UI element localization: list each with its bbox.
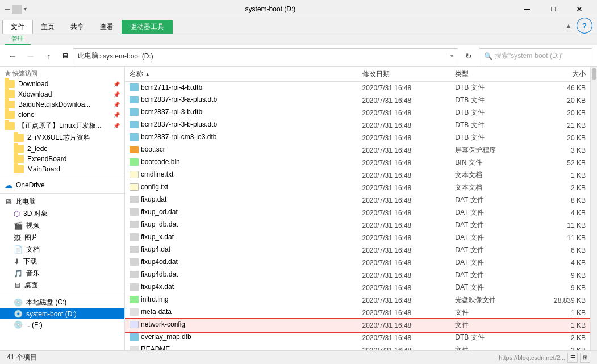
- file-row[interactable]: bcm2837-rpi-cm3-io3.dtb 2020/7/31 16:48 …: [125, 132, 590, 144]
- sidebar-item-mainboard[interactable]: MainBoard: [0, 164, 124, 174]
- help-button[interactable]: ?: [577, 18, 592, 34]
- file-name: fixup_db.dat: [141, 220, 178, 228]
- file-row[interactable]: config.txt 2020/7/31 16:48 文本文档 2 KB: [125, 182, 590, 194]
- tab-share[interactable]: 共享: [62, 20, 92, 34]
- file-row[interactable]: fixup_db.dat 2020/7/31 16:48 DAT 文件 11 K…: [125, 219, 590, 232]
- file-row[interactable]: fixup4db.dat 2020/7/31 16:48 DAT 文件 9 KB: [125, 269, 590, 282]
- onedrive-icon: ☁: [5, 181, 12, 190]
- tab-home[interactable]: 主页: [33, 20, 62, 34]
- col-size[interactable]: 大小: [535, 67, 590, 82]
- file-icon: [130, 246, 139, 253]
- sidebar-divider1: [0, 177, 124, 177]
- sidebar-item-pictures[interactable]: 🖼 图片: [0, 232, 124, 244]
- scrollbar-thumb[interactable]: [592, 68, 596, 80]
- file-icon: [130, 108, 139, 116]
- file-row[interactable]: cmdline.txt 2020/7/31 16:48 文本文档 1 KB: [125, 169, 590, 182]
- file-icon: [130, 333, 139, 341]
- sidebar-item-baidu[interactable]: BaiduNetdiskDownloa... 📌: [0, 99, 124, 110]
- minimize-button[interactable]: ─: [514, 0, 540, 18]
- sidebar-item-download[interactable]: Download 📌: [0, 79, 124, 89]
- file-icon: [130, 296, 139, 303]
- file-row[interactable]: fixup4x.dat 2020/7/31 16:48 DAT 文件 9 KB: [125, 282, 590, 294]
- file-row[interactable]: fixup_x.dat 2020/7/31 16:48 DAT 文件 11 KB: [125, 232, 590, 244]
- file-row[interactable]: bcm2837-rpi-3-a-plus.dtb 2020/7/31 16:48…: [125, 94, 590, 107]
- file-row[interactable]: bcm2837-rpi-3-b.dtb 2020/7/31 16:48 DTB …: [125, 107, 590, 119]
- file-name: bcm2837-rpi-3-b.dtb: [141, 108, 202, 116]
- sidebar-item-xdownload-label: Xdownload: [18, 90, 113, 98]
- sidebar-item-documents[interactable]: 📄 文档: [0, 244, 124, 256]
- disk-icon2: 💿: [14, 309, 23, 318]
- file-row[interactable]: bootcode.bin 2020/7/31 16:48 BIN 文件 52 K…: [125, 157, 590, 169]
- file-row[interactable]: initrd.img 2020/7/31 16:48 光盘映像文件 28,839…: [125, 294, 590, 307]
- close-button[interactable]: ✕: [566, 0, 592, 18]
- search-box[interactable]: 🔍 搜索"system-boot (D:)": [479, 48, 592, 64]
- forward-button[interactable]: →: [23, 48, 39, 64]
- breadcrumb-bar[interactable]: 此电脑 › system-boot (D:) ▾: [73, 48, 458, 64]
- tab-manage[interactable]: 管理: [5, 34, 31, 45]
- sidebar-item-video[interactable]: 🎬 视频: [0, 220, 124, 232]
- up-button[interactable]: ↑: [41, 48, 57, 64]
- file-row[interactable]: bcm2837-rpi-3-b-plus.dtb 2020/7/31 16:48…: [125, 119, 590, 132]
- file-row[interactable]: fixup_cd.dat 2020/7/31 16:48 DAT 文件 4 KB: [125, 207, 590, 219]
- file-row[interactable]: fixup4cd.dat 2020/7/31 16:48 DAT 文件 4 KB: [125, 257, 590, 269]
- tab-drive-tools[interactable]: 驱动器工具: [122, 20, 173, 34]
- sidebar-item-ledc[interactable]: 2_ledc: [0, 144, 124, 154]
- sidebar-item-extendboard-label: ExtendBoard: [27, 155, 66, 163]
- file-name: fixup4.dat: [141, 245, 170, 253]
- sidebar-item-clone[interactable]: clone 📌: [0, 110, 124, 120]
- col-date[interactable]: 修改日期: [358, 67, 451, 82]
- sidebar-item-pictures-label: 图片: [24, 233, 38, 242]
- sidebar-item-music[interactable]: 🎵 音乐: [0, 267, 124, 279]
- folder-icon: [5, 111, 15, 119]
- col-name[interactable]: 名称 ▲: [125, 67, 358, 82]
- sidebar-item-diske[interactable]: 💿 ...(F:): [0, 319, 124, 330]
- file-name: meta-data: [141, 308, 172, 316]
- file-row[interactable]: README 2020/7/31 16:48 文件 2 KB: [125, 344, 590, 351]
- picture-icon: 🖼: [14, 233, 21, 242]
- status-bar: 41 个项目 https://blog.csdn.net/2... ☰ ⊞: [0, 350, 597, 364]
- file-row[interactable]: bcm2711-rpi-4-b.dtb 2020/7/31 16:48 DTB …: [125, 82, 590, 94]
- sidebar-item-zhengdian[interactable]: 【正点原子】Linux开发板... 📌: [0, 120, 124, 132]
- sidebar-item-video-label: 视频: [26, 221, 40, 231]
- sidebar-item-extendboard[interactable]: ExtendBoard: [0, 154, 124, 164]
- folder-icon: [5, 101, 15, 108]
- col-type[interactable]: 类型: [450, 67, 534, 82]
- sidebar-item-thispc[interactable]: 🖥 此电脑: [0, 196, 124, 208]
- file-icon: [130, 133, 139, 141]
- sidebar-item-xdownload[interactable]: Xdownload 📌: [0, 89, 124, 99]
- folder-icon: [5, 80, 15, 88]
- file-row[interactable]: overlay_map.dtb 2020/7/31 16:48 DTB 文件 2…: [125, 332, 590, 344]
- sidebar-item-3d[interactable]: ⬡ 3D 对象: [0, 208, 124, 220]
- sidebar-item-onedrive[interactable]: ☁ OneDrive: [0, 179, 124, 191]
- breadcrumb-dropdown[interactable]: ▾: [448, 53, 453, 59]
- folder-icon: [14, 145, 24, 153]
- breadcrumb-thispc: 此电脑: [78, 51, 98, 61]
- tab-view[interactable]: 查看: [92, 20, 122, 34]
- file-row[interactable]: boot.scr 2020/7/31 16:48 屏幕保护程序 3 KB: [125, 144, 590, 157]
- file-row[interactable]: fixup.dat 2020/7/31 16:48 DAT 文件 8 KB: [125, 194, 590, 207]
- file-row[interactable]: fixup4.dat 2020/7/31 16:48 DAT 文件 6 KB: [125, 244, 590, 257]
- tab-file[interactable]: 文件: [2, 20, 33, 34]
- sidebar-item-downloads[interactable]: ⬇ 下载: [0, 256, 124, 267]
- view-grid-button[interactable]: ⊞: [580, 353, 590, 363]
- video-icon: 🎬: [14, 221, 23, 230]
- vertical-scrollbar[interactable]: [590, 67, 597, 350]
- sidebar-item-desktop[interactable]: 🖥 桌面: [0, 279, 124, 291]
- sort-icon-name: ▲: [145, 72, 150, 77]
- file-row[interactable]: meta-data 2020/7/31 16:48 文件 1 KB: [125, 307, 590, 319]
- maximize-button[interactable]: □: [540, 0, 566, 18]
- pin-icon5: 📌: [113, 123, 120, 129]
- sidebar-item-systemboot[interactable]: 💿 system-boot (D:): [0, 308, 124, 319]
- ribbon-collapse-button[interactable]: ▲: [561, 18, 577, 34]
- view-list-button[interactable]: ☰: [567, 353, 578, 363]
- sidebar-item-3d-label: 3D 对象: [23, 209, 48, 219]
- music-icon: 🎵: [14, 269, 23, 278]
- file-icon: [130, 221, 139, 228]
- folder-icon: [14, 155, 24, 163]
- sidebar-item-imx6ull[interactable]: 2. iMX6ULL芯片资料: [0, 132, 124, 144]
- highlighted-file-row[interactable]: network-config 2020/7/31 16:48 文件 1 KB: [125, 319, 590, 332]
- back-button[interactable]: ←: [5, 48, 20, 64]
- disk-icon3: 💿: [14, 320, 23, 329]
- sidebar-item-localdisk[interactable]: 💿 本地磁盘 (C:): [0, 296, 124, 308]
- refresh-button[interactable]: ↻: [461, 48, 477, 64]
